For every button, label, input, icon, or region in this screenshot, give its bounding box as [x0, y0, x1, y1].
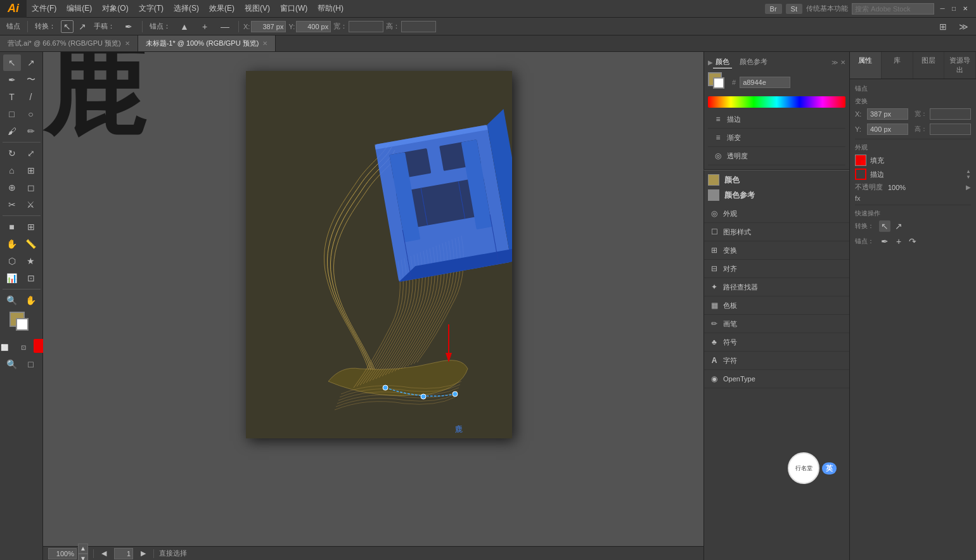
line-tool[interactable]: / — [22, 89, 40, 105]
color-ref-swatch[interactable] — [708, 189, 719, 201]
panel-expand-btn[interactable]: ≫ — [832, 59, 838, 66]
badge-lang[interactable]: 英 — [822, 462, 837, 474]
menu-text[interactable]: 文字(T) — [134, 0, 169, 18]
symbols-section[interactable]: ♣ 符号 — [704, 333, 849, 352]
selection-tool-btn[interactable]: ↖ — [61, 20, 74, 33]
eyedropper-tool[interactable]: ✋ — [3, 236, 21, 252]
appearance-section[interactable]: ◎ 外观 — [704, 205, 849, 223]
opacity-expand-btn[interactable]: ▶ — [966, 184, 971, 191]
stroke-down-btn[interactable]: ▼ — [966, 174, 971, 180]
page-next-btn[interactable]: ▶ — [138, 549, 148, 557]
x-far-input[interactable] — [867, 108, 908, 120]
rect-tool[interactable]: □ — [3, 106, 21, 122]
badge-circle[interactable]: 行名堂 — [788, 452, 819, 484]
menu-file[interactable]: 文件(F) — [27, 0, 61, 18]
paint-brush-tool[interactable]: 🖌 — [3, 123, 21, 139]
gradient-tool[interactable]: ■ — [3, 219, 21, 235]
artboard-tool[interactable]: ⊡ — [22, 270, 40, 286]
swatches-section[interactable]: ▦ 色板 — [704, 296, 849, 315]
width-value-input[interactable] — [349, 21, 383, 32]
measure-tool[interactable]: 📏 — [22, 236, 40, 252]
maximize-button[interactable]: □ — [949, 4, 958, 13]
align-section[interactable]: ⊟ 对齐 — [704, 260, 849, 278]
pencil-tool[interactable]: ✏ — [22, 123, 40, 139]
knife-tool[interactable]: ⚔ — [22, 196, 40, 213]
artboard-nav-btn[interactable]: □ — [22, 356, 40, 372]
tab-1-close[interactable]: ✕ — [125, 40, 130, 47]
transform-btn-2[interactable]: ↗ — [893, 220, 904, 232]
height-value-input[interactable] — [401, 21, 436, 32]
direct-select-btn[interactable]: ↗ — [76, 20, 89, 33]
tab-2[interactable]: 未标题-1* @ 100% (RGB/GPU 预览) ✕ — [138, 35, 276, 51]
stroke-section[interactable]: ≡ 描边 — [708, 110, 845, 129]
convert-anchor-btn[interactable]: ▲ — [176, 18, 193, 35]
color-ref-tab[interactable]: 颜色参考 — [737, 56, 770, 68]
hand-tool[interactable]: ✋ — [22, 292, 40, 309]
blend-tool[interactable]: ⬡ — [3, 253, 21, 269]
anchor-btn-1[interactable]: ✒ — [879, 236, 890, 247]
height-far-input[interactable] — [930, 124, 971, 135]
delete-anchor-btn[interactable]: — — [216, 18, 234, 35]
select-tool[interactable]: ↖ — [3, 54, 21, 71]
gradient-section[interactable]: ≡ 渐变 — [708, 129, 845, 147]
bridge-button[interactable]: Br — [765, 4, 782, 14]
close-button[interactable]: ✕ — [961, 4, 970, 13]
add-anchor-btn[interactable]: + — [196, 18, 214, 35]
zoom-input[interactable] — [48, 548, 77, 559]
rotate-tool[interactable]: ↻ — [3, 145, 21, 162]
y-value-input[interactable] — [296, 21, 331, 32]
minimize-button[interactable]: ─ — [938, 4, 947, 13]
menu-effect[interactable]: 效果(E) — [204, 0, 240, 18]
page-input[interactable] — [114, 548, 133, 559]
search-input[interactable] — [852, 3, 934, 15]
tab-2-close[interactable]: ✕ — [262, 40, 267, 47]
y-far-input[interactable] — [867, 124, 908, 135]
zoom-tool[interactable]: 🔍 — [3, 292, 21, 309]
mask-mode-btn[interactable]: ⊡ — [15, 339, 32, 355]
brushes-section[interactable]: ✏ 画笔 — [704, 315, 849, 333]
character-section[interactable]: A 字符 — [704, 352, 849, 370]
tab-export[interactable]: 资源导出 — [944, 52, 976, 79]
canvas-document[interactable]: 鹿 — [246, 71, 512, 438]
transparency-section[interactable]: ◎ 透明度 — [708, 147, 845, 165]
freeform-tool[interactable]: 〜 — [22, 72, 40, 88]
graphic-styles-section[interactable]: ☐ 图形样式 — [704, 223, 849, 241]
ellipse-tool[interactable]: ○ — [22, 106, 40, 122]
menu-help[interactable]: 帮助(H) — [312, 0, 349, 18]
warp-tool[interactable]: ⌂ — [3, 162, 21, 179]
menu-object[interactable]: 对象(O) — [97, 0, 133, 18]
pathfinder-section[interactable]: ✦ 路径查找器 — [704, 278, 849, 296]
panel-menu-btn[interactable]: ✕ — [840, 59, 845, 66]
fg-bg-swatch[interactable] — [708, 72, 728, 92]
tab-properties[interactable]: 属性 — [850, 52, 882, 79]
width-far-input[interactable] — [930, 108, 971, 120]
transform-section[interactable]: ⊞ 变换 — [704, 241, 849, 260]
symbol-tool[interactable]: ★ — [22, 253, 40, 269]
normal-mode-btn[interactable]: ⬜ — [0, 339, 13, 355]
tab-1[interactable]: 营试.ai* @ 66.67% (RGB/GPU 预览) ✕ — [0, 35, 138, 51]
stock-button[interactable]: St — [786, 4, 802, 14]
direct-select-tool[interactable]: ↗ — [22, 54, 40, 71]
menu-view[interactable]: 视图(V) — [240, 0, 275, 18]
zoom-in-btn[interactable]: 🔍 — [3, 356, 21, 372]
color-gradient-bar[interactable] — [708, 96, 845, 108]
opentype-section[interactable]: ◉ OpenType — [704, 370, 849, 388]
background-swatch[interactable] — [16, 318, 29, 331]
hex-input[interactable] — [740, 77, 790, 88]
pen-tool[interactable]: ✒ — [3, 72, 21, 88]
page-prev-btn[interactable]: ◀ — [99, 549, 109, 557]
column-graph-tool[interactable]: 📊 — [3, 270, 21, 286]
zoom-up-btn[interactable]: ▲ — [78, 544, 88, 554]
bg-color-swatch[interactable] — [713, 77, 724, 89]
more-btn[interactable]: ≫ — [954, 18, 972, 35]
mesh-tool[interactable]: ⊞ — [22, 219, 40, 235]
anchor-btn-3[interactable]: ↷ — [907, 236, 918, 247]
menu-window[interactable]: 窗口(W) — [275, 0, 312, 18]
menu-edit[interactable]: 编辑(E) — [61, 0, 97, 18]
color-preview-swatch[interactable] — [708, 174, 719, 186]
scale-tool[interactable]: ⤢ — [22, 145, 40, 162]
stroke-up-btn[interactable]: ▲ — [966, 169, 971, 174]
stroke-swatch[interactable] — [855, 169, 866, 180]
transform-btn-1[interactable]: ↖ — [879, 220, 890, 232]
eraser-tool[interactable]: ◻ — [22, 179, 40, 196]
